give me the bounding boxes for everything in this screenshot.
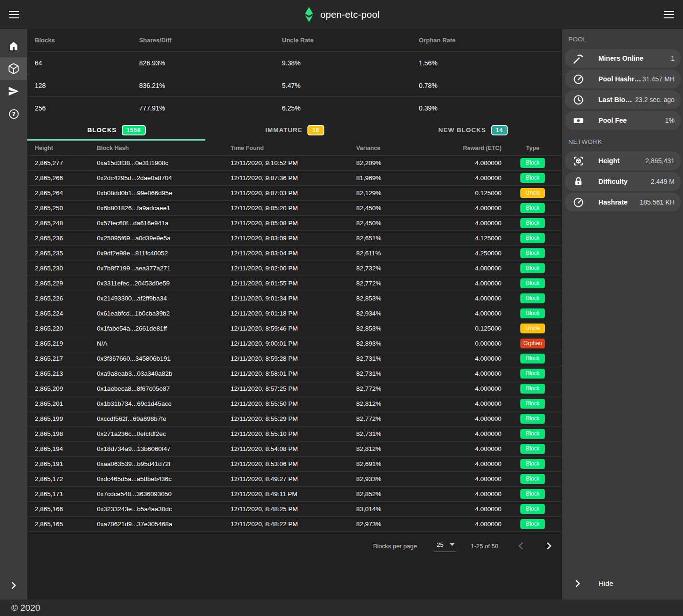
stat-item-difficulty: Difficulty2.449 M (565, 172, 681, 191)
table-row: 2,865,1650xa70621d9...37e305468a12/11/20… (27, 517, 562, 532)
cell-variance: 82,129% (356, 190, 447, 197)
cell-variance: 82,893% (356, 340, 447, 347)
table-row: 2,865,1660x3233243e...b5a4aa30dc12/11/20… (27, 502, 562, 517)
blocks-per-page-select[interactable]: 25 (434, 540, 456, 552)
cell-height: 2,865,248 (27, 220, 97, 227)
app-title: open-etc-pool (320, 9, 379, 20)
cell-reward: 4.000000 (447, 460, 503, 467)
type-chip: Block (520, 263, 545, 273)
table-row: 2,865,1990xccdf562f...69a698b7fe12/11/20… (27, 411, 562, 426)
cell-type: Block (503, 384, 562, 394)
type-chip: Block (520, 489, 545, 499)
cell-height: 2,865,264 (27, 190, 97, 197)
cell-time-found: 12/11/2020, 8:55:50 PM (230, 400, 356, 407)
cube-icon (8, 63, 20, 75)
tab-blocks[interactable]: BLOCKS1558 (27, 119, 205, 141)
cell-variance: 82,812% (356, 400, 447, 407)
tab-immature[interactable]: IMMATURE16 (205, 119, 384, 141)
stats-row: 64826.93%9.38%1.56% (27, 52, 562, 74)
sidebar-item-home[interactable] (0, 35, 27, 57)
cell-reward: 4.000000 (447, 280, 503, 287)
cell-type: Block (503, 504, 562, 514)
table-row: 2,865,2130xa9a8eab3...03a340a82b12/11/20… (27, 366, 562, 381)
per-page-value: 25 (437, 541, 443, 548)
cell-block-hash: 0x3311efec...20453d0e59 (97, 280, 231, 287)
menu-icon-right[interactable] (664, 11, 674, 18)
menu-icon[interactable] (9, 11, 19, 18)
column-header: Height (27, 145, 97, 151)
next-page-button[interactable] (543, 540, 555, 552)
type-chip: Block (520, 459, 545, 469)
stat-value: 1 (671, 55, 675, 62)
cell-reward: 4.000000 (447, 265, 503, 272)
pagination: Blocks per page 25 1-25 of 50 (27, 532, 562, 560)
cell-time-found: 12/11/2020, 9:07:03 PM (230, 190, 356, 197)
tab-label: BLOCKS (87, 126, 117, 134)
stat-value: 185.561 KH (640, 198, 675, 206)
brand: open-etc-pool (303, 7, 379, 22)
cell-variance: 82,731% (356, 355, 447, 362)
type-chip: Block (520, 233, 545, 243)
cell-variance: 82,973% (356, 521, 447, 528)
cell-variance: 82,611% (356, 250, 447, 257)
cell-height: 2,865,166 (27, 505, 97, 513)
cell-type: Block (503, 489, 562, 499)
cell-block-hash: 0xa9a8eab3...03a340a82b (97, 370, 231, 377)
stats-cell: 9.38% (275, 59, 411, 67)
cell-reward: 4.000000 (447, 220, 503, 227)
cube-scan-icon (573, 155, 584, 167)
table-header-row: HeightBlock HashTime FoundVarianceReward… (27, 141, 562, 156)
cell-time-found: 12/11/2020, 9:05:20 PM (230, 205, 356, 212)
cell-time-found: 12/11/2020, 9:02:00 PM (230, 265, 356, 272)
cell-time-found: 12/11/2020, 9:05:08 PM (230, 220, 356, 227)
table-row: 2,865,2770xa15d3f38...0e31f1908c12/11/20… (27, 156, 562, 171)
cell-reward: 4.125000 (447, 235, 503, 242)
stat-label: Pool Hashrate (598, 75, 643, 83)
table-row: 2,865,2170x3f367660...345806b19112/11/20… (27, 351, 562, 366)
cell-time-found: 12/11/2020, 9:03:09 PM (230, 235, 356, 242)
cell-type: Block (503, 278, 562, 288)
cell-height: 2,865,235 (27, 250, 97, 257)
table-row: 2,865,2640xb08dd0b1...99e066d95e12/11/20… (27, 186, 562, 201)
expand-sidebar-button[interactable] (0, 580, 27, 591)
stat-item-pool-hashrate: Pool Hashrate31.457 MH (565, 70, 681, 88)
cell-time-found: 12/11/2020, 8:58:01 PM (230, 370, 356, 377)
stats-cell: 5.47% (275, 82, 411, 89)
cell-height: 2,865,250 (27, 205, 97, 212)
blocks-tabs: BLOCKS1558IMMATURE16NEW BLOCKS14 (27, 119, 562, 141)
stats-header-cell: Uncle Rate (275, 37, 411, 44)
cell-block-hash: 0x61eabfcd...1b0cba39b2 (97, 310, 231, 317)
cell-variance: 82,772% (356, 415, 447, 422)
active-tab-underline (27, 139, 205, 141)
cell-reward: 4.000000 (447, 174, 503, 182)
stats-cell: 826.93% (132, 59, 275, 67)
sidebar-item-blocks[interactable] (0, 57, 27, 80)
stats-row: 256777.91%6.25%0.39% (27, 97, 562, 119)
cell-block-hash: 0x3f367660...345806b191 (97, 355, 231, 362)
sidebar-item-payments[interactable] (0, 80, 27, 103)
cell-height: 2,865,230 (27, 265, 97, 272)
tab-new-blocks[interactable]: NEW BLOCKS14 (384, 119, 562, 141)
stat-item-miners-online: Miners Online1 (565, 49, 681, 68)
stat-label: Last Block Fo… (598, 96, 635, 103)
chevron-right-icon (572, 578, 583, 589)
etc-logo-icon (303, 7, 314, 22)
table-row: 2,865,1910xaa063539...b95d41d72f12/11/20… (27, 457, 562, 472)
cell-block-hash: 0x3233243e...b5a4aa30dc (97, 505, 231, 513)
cell-reward: 4.000000 (447, 415, 503, 422)
previous-page-button[interactable] (515, 540, 526, 552)
cell-height: 2,865,172 (27, 475, 97, 482)
stat-label: Difficulty (598, 178, 651, 185)
stats-cell: 1.56% (411, 59, 562, 67)
cell-type: Uncle (503, 324, 562, 333)
cell-height: 2,865,201 (27, 400, 97, 407)
sidebar-item-help[interactable]: ? (0, 103, 27, 125)
type-chip: Uncle (520, 188, 545, 198)
cell-block-hash: N/A (97, 340, 231, 347)
cell-type: Block (503, 203, 562, 213)
table-row: 2,865,1720xdc465d5a...a58beb436c12/11/20… (27, 472, 562, 487)
cell-reward: 4.000000 (447, 355, 503, 362)
hide-sidebar-button[interactable]: Hide (562, 573, 683, 594)
cell-variance: 81,969% (356, 174, 447, 182)
table-row: 2,865,1980x271a236c...0efcfdf2ec12/11/20… (27, 426, 562, 442)
